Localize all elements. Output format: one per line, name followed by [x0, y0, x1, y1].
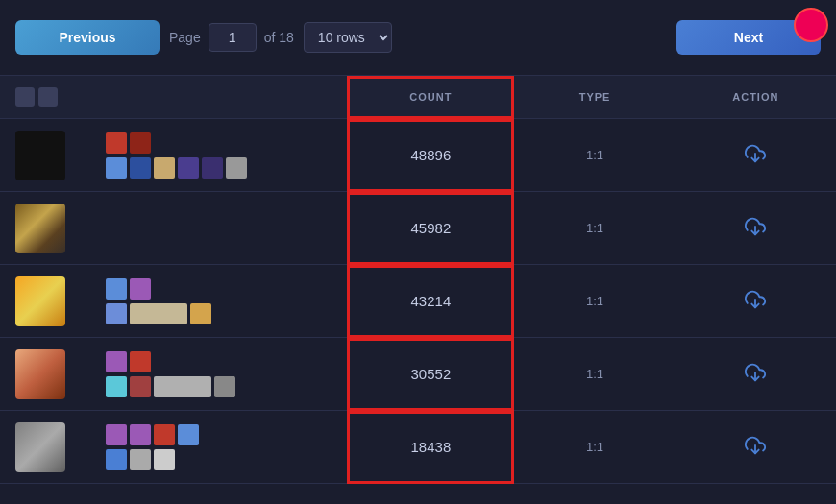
page-label: Page	[169, 30, 201, 45]
action-cell[interactable]	[676, 411, 836, 484]
color-swatch	[130, 157, 151, 179]
download-icon[interactable]	[745, 143, 766, 164]
color-swatch	[106, 132, 127, 154]
thumbnail-cell	[0, 192, 90, 265]
color-swatch	[154, 424, 175, 445]
type-cell: 1:1	[514, 119, 675, 192]
action-cell[interactable]	[676, 192, 836, 265]
color-swatch	[202, 157, 223, 179]
color-swatch	[178, 424, 199, 445]
select-all-checkbox[interactable]	[15, 87, 35, 107]
color-swatch	[106, 157, 127, 179]
swatches-cell	[90, 265, 348, 338]
color-swatch	[130, 132, 151, 154]
color-swatch	[130, 351, 151, 372]
type-cell: 1:1	[514, 338, 675, 411]
color-swatch	[130, 278, 151, 300]
corner-circle	[794, 8, 828, 42]
download-icon[interactable]	[745, 362, 766, 383]
color-swatch	[190, 303, 211, 324]
table-row: 184381:1	[0, 411, 836, 484]
count-cell: 30552	[347, 338, 514, 411]
swatches-cell	[90, 119, 348, 192]
count-cell: 18438	[347, 411, 514, 484]
color-swatch	[178, 157, 199, 179]
previous-button[interactable]: Previous	[15, 20, 160, 55]
top-bar: Previous Page of 18 10 rows 20 rows 50 r…	[0, 0, 836, 76]
col-header-swatches	[90, 76, 348, 119]
type-cell: 1:1	[514, 411, 675, 484]
count-cell: 43214	[347, 265, 514, 338]
color-swatch	[154, 157, 175, 179]
color-swatch	[106, 278, 127, 300]
select-all-checkbox-2[interactable]	[38, 87, 58, 107]
download-icon[interactable]	[745, 216, 766, 237]
table-row: 305521:1	[0, 338, 836, 411]
count-cell: 45982	[347, 192, 514, 265]
data-table: COUNT TYPE ACTION 488961:1459821:1432141…	[0, 76, 836, 484]
thumbnail-cell	[0, 338, 90, 411]
color-swatch	[130, 303, 187, 324]
color-swatch	[106, 449, 127, 470]
thumbnail-cell	[0, 411, 90, 484]
rows-per-page-select[interactable]: 10 rows 20 rows 50 rows	[304, 22, 392, 53]
color-swatch	[154, 376, 211, 397]
col-header-action: ACTION	[676, 76, 836, 119]
action-cell[interactable]	[676, 265, 836, 338]
download-icon[interactable]	[745, 289, 766, 310]
thumbnail-cell	[0, 265, 90, 338]
download-icon[interactable]	[745, 435, 766, 456]
swatches-cell	[90, 338, 348, 411]
swatches-cell	[90, 411, 348, 484]
type-cell: 1:1	[514, 265, 675, 338]
table-row: 459821:1	[0, 192, 836, 265]
color-swatch	[106, 303, 127, 324]
color-swatch	[106, 351, 127, 372]
page-info: Page of 18	[169, 23, 294, 52]
color-swatch	[154, 449, 175, 470]
action-cell[interactable]	[676, 119, 836, 192]
color-swatch	[214, 376, 235, 397]
col-header-checkbox	[0, 76, 90, 119]
color-swatch	[226, 157, 247, 179]
swatches-cell	[90, 192, 348, 265]
color-swatch	[106, 376, 127, 397]
table-row: 432141:1	[0, 265, 836, 338]
col-header-type: TYPE	[514, 76, 675, 119]
count-cell: 48896	[347, 119, 514, 192]
of-total-label: of 18	[264, 30, 294, 45]
color-swatch	[130, 449, 151, 470]
color-swatch	[130, 376, 151, 397]
action-cell[interactable]	[676, 338, 836, 411]
color-swatch	[106, 424, 127, 445]
col-header-count: COUNT	[347, 76, 514, 119]
page-number-input[interactable]	[209, 23, 257, 52]
color-swatch	[130, 424, 151, 445]
thumbnail-cell	[0, 119, 90, 192]
table-row: 488961:1	[0, 119, 836, 192]
type-cell: 1:1	[514, 192, 675, 265]
